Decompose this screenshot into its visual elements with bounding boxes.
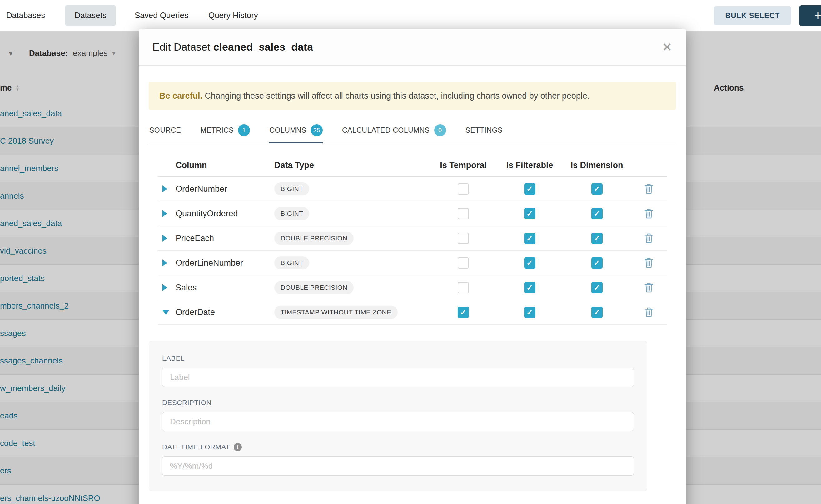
datetime-format-field: DATETIME FORMAT i: [162, 443, 634, 476]
tab-columns-label: COLUMNS: [269, 126, 306, 135]
is-filterable-checkbox[interactable]: ✓: [524, 257, 536, 269]
is-dimension-checkbox[interactable]: ✓: [591, 257, 603, 269]
nav-item-databases[interactable]: Databases: [6, 11, 45, 20]
column-name: OrderNumber: [176, 184, 274, 194]
edit-dataset-modal: Edit Dataset cleaned_sales_data ✕ Be car…: [139, 29, 686, 504]
is-filterable-header: Is Filterable: [496, 161, 563, 170]
data-type-pill: BIGINT: [274, 182, 309, 195]
column-name: Sales: [176, 283, 274, 293]
modal-title-prefix: Edit Dataset: [152, 41, 210, 53]
modal-header: Edit Dataset cleaned_sales_data ✕: [139, 29, 686, 66]
warning-banner-emphasis: Be careful.: [159, 91, 202, 101]
trash-icon: [644, 258, 654, 268]
tab-metrics[interactable]: METRICS 1: [200, 117, 250, 143]
is-temporal-checkbox[interactable]: [458, 257, 469, 269]
tab-calculated-columns[interactable]: CALCULATED COLUMNS 0: [342, 117, 446, 143]
caret-right-icon: [162, 284, 167, 291]
is-dimension-checkbox[interactable]: ✓: [591, 307, 603, 318]
is-temporal-checkbox[interactable]: [458, 282, 469, 293]
data-type-pill: DOUBLE PRECISION: [274, 281, 353, 294]
column-name: OrderLineNumber: [176, 258, 274, 268]
delete-column-button[interactable]: [631, 282, 667, 293]
data-type-header: Data Type: [274, 161, 431, 170]
delete-column-button[interactable]: [631, 184, 667, 194]
label-input[interactable]: [162, 368, 634, 387]
modal-title: Edit Dataset cleaned_sales_data: [152, 41, 313, 53]
column-header: Column: [176, 161, 274, 170]
description-field-label: DESCRIPTION: [162, 399, 634, 407]
datetime-format-field-label: DATETIME FORMAT i: [162, 443, 634, 451]
column-row: OrderDateTIMESTAMP WITHOUT TIME ZONE✓✓✓: [158, 300, 667, 325]
caret-right-icon: [162, 210, 167, 217]
datetime-format-input[interactable]: [162, 456, 634, 476]
column-row: OrderLineNumberBIGINT✓✓: [158, 251, 667, 275]
modal-body: Be careful. Changing these settings will…: [139, 82, 686, 491]
tab-calculated-columns-label: CALCULATED COLUMNS: [342, 126, 430, 135]
is-dimension-checkbox[interactable]: ✓: [591, 233, 603, 244]
close-icon[interactable]: ✕: [662, 41, 672, 53]
columns-table-body: OrderNumberBIGINT✓✓ QuantityOrderedBIGIN…: [158, 177, 667, 325]
caret-down-icon: [162, 310, 169, 315]
columns-table: Column Data Type Is Temporal Is Filterab…: [158, 154, 667, 325]
column-detail-panel: LABEL DESCRIPTION DATETIME FORMAT i: [149, 341, 647, 491]
description-field: DESCRIPTION: [162, 399, 634, 431]
delete-column-button[interactable]: [631, 233, 667, 244]
is-temporal-checkbox[interactable]: [458, 183, 469, 195]
column-row: PriceEachDOUBLE PRECISION✓✓: [158, 226, 667, 251]
expand-caret-icon[interactable]: [158, 284, 176, 291]
is-filterable-checkbox[interactable]: ✓: [524, 233, 536, 244]
is-dimension-checkbox[interactable]: ✓: [591, 208, 603, 219]
is-filterable-checkbox[interactable]: ✓: [524, 307, 536, 318]
app-screen: Databases Datasets Saved Queries Query H…: [0, 0, 821, 504]
column-name: PriceEach: [176, 234, 274, 243]
nav-item-saved-queries[interactable]: Saved Queries: [135, 11, 188, 20]
collapse-caret-icon[interactable]: [158, 310, 176, 315]
datetime-format-label-text: DATETIME FORMAT: [162, 443, 230, 451]
metrics-count-badge: 1: [238, 124, 250, 136]
label-field-label: LABEL: [162, 354, 634, 363]
tab-settings[interactable]: SETTINGS: [466, 117, 503, 143]
nav-item-datasets[interactable]: Datasets: [65, 5, 116, 26]
column-row: QuantityOrderedBIGINT✓✓: [158, 201, 667, 226]
columns-count-badge: 25: [311, 124, 323, 136]
tab-columns[interactable]: COLUMNS 25: [269, 117, 323, 143]
data-type-pill: TIMESTAMP WITHOUT TIME ZONE: [274, 306, 398, 319]
tab-metrics-label: METRICS: [200, 126, 234, 135]
bulk-select-button[interactable]: BULK SELECT: [714, 6, 791, 25]
plus-icon: +: [814, 9, 821, 22]
info-icon[interactable]: i: [234, 443, 242, 451]
trash-icon: [644, 208, 654, 219]
is-temporal-checkbox[interactable]: ✓: [458, 307, 469, 318]
caret-right-icon: [162, 235, 167, 242]
is-filterable-checkbox[interactable]: ✓: [524, 183, 536, 195]
tab-source-label: SOURCE: [149, 126, 181, 135]
is-filterable-checkbox[interactable]: ✓: [524, 282, 536, 293]
delete-column-button[interactable]: [631, 208, 667, 219]
nav-actions: BULK SELECT +: [714, 5, 821, 26]
data-type-pill: BIGINT: [274, 256, 309, 269]
delete-column-button[interactable]: [631, 307, 667, 318]
description-input[interactable]: [162, 412, 634, 431]
is-temporal-checkbox[interactable]: [458, 233, 469, 244]
caret-right-icon: [162, 259, 167, 266]
is-dimension-header: Is Dimension: [563, 161, 631, 170]
is-dimension-checkbox[interactable]: ✓: [591, 183, 603, 195]
is-dimension-checkbox[interactable]: ✓: [591, 282, 603, 293]
is-temporal-checkbox[interactable]: [458, 208, 469, 219]
tab-settings-label: SETTINGS: [466, 126, 503, 135]
expand-caret-icon[interactable]: [158, 259, 176, 266]
columns-table-header-row: Column Data Type Is Temporal Is Filterab…: [158, 154, 667, 177]
expand-caret-icon[interactable]: [158, 210, 176, 217]
column-row: SalesDOUBLE PRECISION✓✓: [158, 275, 667, 300]
is-filterable-checkbox[interactable]: ✓: [524, 208, 536, 219]
trash-icon: [644, 184, 654, 194]
delete-column-button[interactable]: [631, 258, 667, 268]
expand-caret-icon[interactable]: [158, 235, 176, 242]
expand-caret-icon[interactable]: [158, 185, 176, 192]
trash-icon: [644, 307, 654, 318]
nav-item-query-history[interactable]: Query History: [208, 11, 258, 20]
tab-source[interactable]: SOURCE: [149, 117, 181, 143]
add-dataset-button[interactable]: +: [799, 5, 821, 26]
label-field: LABEL: [162, 354, 634, 387]
warning-banner: Be careful. Changing these settings will…: [149, 82, 676, 110]
